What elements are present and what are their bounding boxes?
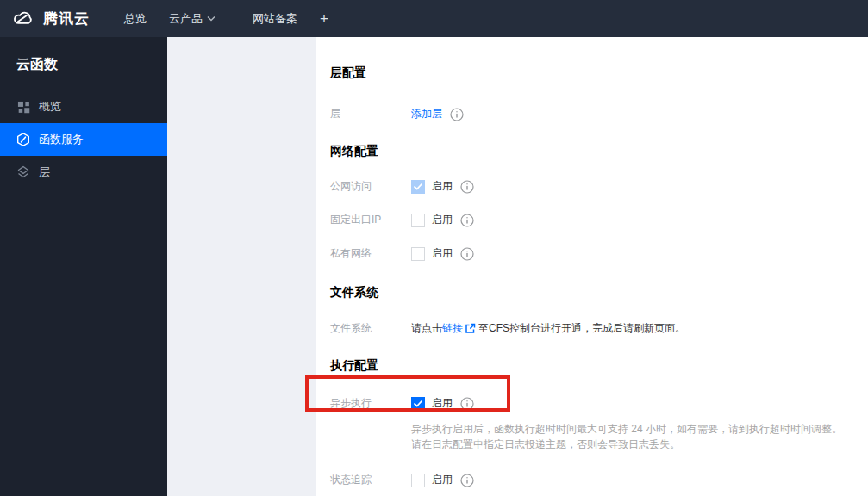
function-config-panel: 层配置 层 添加层 网络配置 公网访问 启用 [316,37,868,496]
checkbox-label: 启用 [432,473,453,487]
fixed-egress-ip-checkbox[interactable] [411,214,425,227]
sidebar-title: 云函数 [0,37,167,90]
async-execution-hint: 异步执行启用后，函数执行超时时间最大可支持 24 小时，如有需要，请到执行超时时… [411,421,868,452]
private-network-checkbox[interactable] [411,247,425,261]
info-icon[interactable] [460,214,474,227]
fs-text-before: 请点击 [411,321,442,336]
navbar-menu: 总览 云产品 网站备案 + [113,0,340,37]
section-title-network-config: 网络配置 [330,144,868,159]
form-row-async-execution: 异步执行 启用 [330,396,868,411]
fs-text-after: 至CFS控制台进行开通，完成后请刷新页面。 [478,321,685,336]
tencent-cloud-console: { "navbar": { "brand": "腾讯云", "items": [… [0,0,868,496]
form-row-public-network: 公网访问 启用 [330,179,868,194]
cloud-logo-icon [12,7,35,30]
info-icon[interactable] [460,474,474,487]
checkbox-label: 启用 [432,213,453,227]
field-label: 固定出口IP [330,213,411,227]
field-label: 私有网络 [330,246,411,261]
sidebar: 云函数 概览 函数服务 层 [0,37,167,496]
navbar-divider [234,11,234,27]
checkbox-label: 启用 [432,246,453,261]
async-execution-checkbox[interactable] [411,397,425,411]
nav-item-icp-filing[interactable]: 网站备案 [241,0,309,37]
form-row-private-network: 私有网络 启用 [330,246,868,261]
layers-icon [16,165,30,179]
field-label: 文件系统 [330,321,411,336]
section-title-execution-config: 执行配置 [330,358,868,374]
sidebar-item-layers[interactable]: 层 [0,156,167,189]
status-tracing-checkbox[interactable] [411,474,425,487]
cfs-link[interactable]: 链接 [442,321,463,336]
top-navbar: 腾讯云 总览 云产品 网站备案 + [0,0,868,37]
external-link-icon[interactable] [465,323,476,334]
public-network-checkbox[interactable] [411,180,425,194]
brand-name: 腾讯云 [43,9,90,28]
nav-item-cloud-products[interactable]: 云产品 [158,0,227,37]
add-nav-tab-button[interactable]: + [309,0,340,37]
sidebar-item-label: 概览 [39,99,61,115]
hint-line-1: 异步执行启用后，函数执行超时时间最大可支持 24 小时，如有需要，请到执行超时时… [411,421,868,437]
field-label: 异步执行 [330,396,411,411]
chevron-down-icon [207,16,215,22]
section-title-layer-config: 层配置 [330,65,868,81]
sidebar-item-label: 函数服务 [39,132,84,147]
tencent-cloud-logo[interactable]: 腾讯云 [0,7,90,30]
info-icon[interactable] [460,247,474,261]
add-layer-link[interactable]: 添加层 [411,107,442,121]
info-icon[interactable] [450,108,464,121]
collapsed-secondary-panel [167,37,316,496]
checkbox-label: 启用 [432,179,453,194]
form-row-layer: 层 添加层 [330,107,868,121]
form-row-status-tracing: 状态追踪 启用 [330,473,868,487]
field-label: 层 [330,107,411,121]
form-row-fixed-egress-ip: 固定出口IP 启用 [330,213,868,227]
function-icon [16,133,30,146]
grid-icon [16,100,30,114]
nav-item-overview[interactable]: 总览 [113,0,158,37]
info-icon[interactable] [460,397,474,411]
section-title-file-system: 文件系统 [330,285,868,301]
field-label: 公网访问 [330,179,411,194]
info-icon[interactable] [460,180,474,194]
checkbox-label: 启用 [432,396,453,411]
hint-line-2: 请在日志配置中指定日志投递主题，否则会导致日志丢失。 [411,437,868,452]
sidebar-item-overview[interactable]: 概览 [0,90,167,123]
sidebar-item-function-service[interactable]: 函数服务 [0,123,167,156]
field-label: 状态追踪 [330,473,411,487]
sidebar-item-label: 层 [39,164,50,180]
form-row-file-system: 文件系统 请点击链接至CFS控制台进行开通，完成后请刷新页面。 [330,321,868,336]
